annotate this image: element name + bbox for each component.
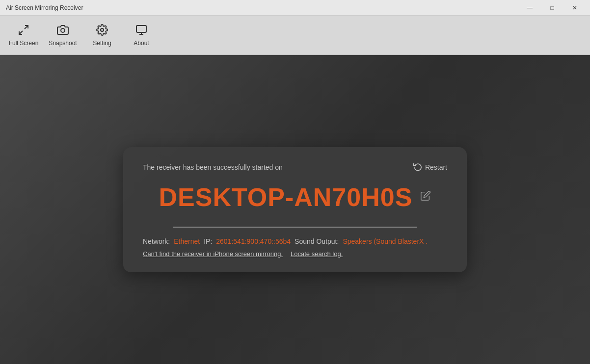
hostname-row: DESKTOP-AN70H0S bbox=[143, 182, 447, 212]
network-row: Network: Ethernet IP: 2601:541:900:470::… bbox=[143, 237, 447, 245]
network-value: Ethernet bbox=[174, 237, 200, 245]
status-text: The receiver has been successfully start… bbox=[143, 163, 283, 171]
snapshot-button[interactable]: Snapshoot bbox=[43, 18, 82, 52]
ip-label: IP: bbox=[204, 237, 212, 245]
window-title: Air Screen Mirroring Receiver bbox=[6, 4, 83, 11]
svg-line-1 bbox=[19, 31, 23, 34]
fullscreen-icon bbox=[18, 24, 29, 38]
svg-line-0 bbox=[25, 26, 28, 29]
toolbar: Full Screen Snapshoot Setting About bbox=[0, 16, 590, 55]
restart-label: Restart bbox=[425, 163, 447, 171]
info-card: The receiver has been successfully start… bbox=[123, 147, 467, 272]
card-header: The receiver has been successfully start… bbox=[143, 162, 447, 173]
setting-label: Setting bbox=[93, 40, 111, 47]
minimize-button[interactable]: — bbox=[518, 0, 541, 16]
maximize-button[interactable]: □ bbox=[541, 0, 563, 16]
cant-find-link[interactable]: Can't find the receiver in iPhone screen… bbox=[143, 250, 283, 258]
locate-log-link[interactable]: Locate search log. bbox=[291, 250, 343, 258]
network-label: Network: bbox=[143, 237, 170, 245]
about-label: About bbox=[134, 40, 149, 47]
fullscreen-button[interactable]: Full Screen bbox=[4, 18, 43, 52]
window-controls: — □ ✕ bbox=[518, 0, 586, 16]
svg-point-2 bbox=[61, 28, 65, 32]
setting-button[interactable]: Setting bbox=[82, 18, 122, 52]
ip-value: 2601:541:900:470::56b4 bbox=[216, 237, 291, 245]
title-bar: Air Screen Mirroring Receiver — □ ✕ bbox=[0, 0, 590, 16]
setting-icon bbox=[96, 24, 108, 38]
snapshot-label: Snapshoot bbox=[49, 40, 77, 47]
sound-value: Speakers (Sound BlasterX . bbox=[343, 237, 428, 245]
links-row: Can't find the receiver in iPhone screen… bbox=[143, 250, 447, 258]
svg-point-3 bbox=[101, 28, 104, 31]
main-area: The receiver has been successfully start… bbox=[0, 55, 590, 364]
fullscreen-label: Full Screen bbox=[9, 40, 39, 47]
hostname-text: DESKTOP-AN70H0S bbox=[159, 182, 413, 212]
edit-icon[interactable] bbox=[420, 190, 431, 204]
about-button[interactable]: About bbox=[122, 18, 161, 52]
snapshot-icon bbox=[57, 24, 69, 38]
restart-button[interactable]: Restart bbox=[413, 162, 447, 173]
close-button[interactable]: ✕ bbox=[563, 0, 586, 16]
svg-rect-4 bbox=[136, 26, 146, 32]
restart-icon bbox=[413, 162, 422, 173]
about-icon bbox=[135, 24, 147, 38]
sound-label: Sound Output: bbox=[295, 237, 339, 245]
hostname-underline bbox=[173, 227, 417, 228]
